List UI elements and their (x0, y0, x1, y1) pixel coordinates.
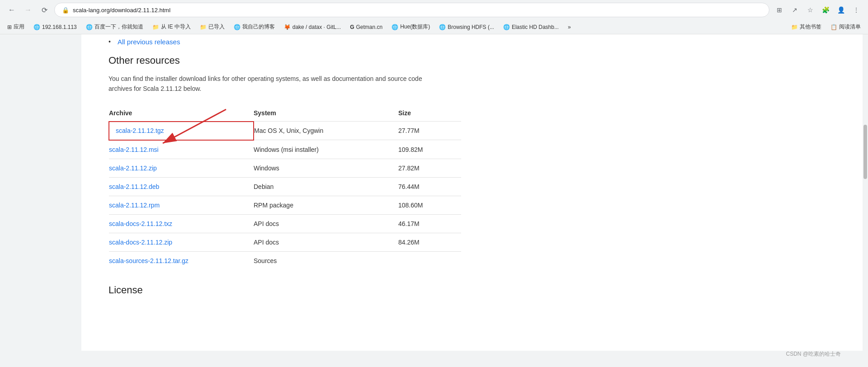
table-row: scala-2.11.12.tgzMac OS X, Unix, Cygwin2… (109, 122, 461, 140)
system-cell: Debian (254, 177, 398, 196)
extensions-icon[interactable]: 🧩 (819, 4, 832, 16)
back-button[interactable]: ← (5, 4, 18, 16)
table-row: scala-sources-2.11.12.tar.gzSources (109, 251, 461, 270)
forward-button[interactable]: → (22, 4, 34, 16)
bookmark-more[interactable]: » (564, 23, 575, 32)
sidebar-area (0, 34, 81, 351)
bookmark-blog[interactable]: 🌐 我自己的博客 (230, 22, 278, 32)
bookmark-hdfs[interactable]: 🌐 Browsing HDFS (... (435, 23, 498, 32)
system-cell: Windows (msi installer) (254, 140, 398, 159)
profile-icon[interactable]: 👤 (835, 4, 847, 16)
size-cell: 46.17M (398, 214, 461, 233)
previous-releases-item: All previous releases (108, 38, 835, 46)
table-row: scala-docs-2.11.12.txzAPI docs46.17M (109, 214, 461, 233)
browser-chrome: ← → ⟳ 🔒 scala-lang.org/download/2.11.12.… (0, 0, 868, 34)
getman-icon: G (350, 24, 354, 30)
browser-body: All previous releases Other resources Yo… (0, 34, 868, 351)
archive-cell: scala-2.11.12.tgz (109, 122, 254, 140)
archive-link[interactable]: scala-2.11.12.msi (109, 146, 159, 153)
bookmark-datax[interactable]: 🦊 dake / datax · GitL... (280, 23, 344, 32)
archive-header: Archive (109, 105, 254, 122)
bookmark-ie-import[interactable]: 📁 从 IE 中导入 (149, 22, 194, 32)
archive-link[interactable]: scala-docs-2.11.12.txz (109, 220, 172, 227)
gitlab-icon: 🦊 (284, 24, 291, 30)
table-row: scala-2.11.12.rpmRPM package108.60M (109, 196, 461, 214)
folder-icon-2: 📁 (200, 24, 207, 30)
bookmark-reading-list[interactable]: 📋 阅读清单 (827, 22, 864, 32)
size-cell: 109.82M (398, 140, 461, 159)
bookmark-elastic[interactable]: 🌐 Elastic HD Dashb... (500, 23, 562, 32)
share-icon[interactable]: ↗ (788, 4, 801, 16)
table-row: scala-2.11.12.debDebian76.44M (109, 177, 461, 196)
size-cell: 27.77M (398, 122, 461, 140)
archive-cell: scala-2.11.12.rpm (109, 196, 254, 214)
address-bar[interactable]: 🔒 scala-lang.org/download/2.11.12.html (54, 3, 769, 17)
table-header-row: Archive System Size (109, 105, 461, 122)
size-cell: 108.60M (398, 196, 461, 214)
scrollbar-thumb[interactable] (863, 125, 867, 179)
lock-icon: 🔒 (62, 7, 69, 14)
archive-cell: scala-docs-2.11.12.txz (109, 214, 254, 233)
other-resources-title: Other resources (108, 55, 835, 66)
page-content: All previous releases Other resources Yo… (81, 34, 863, 351)
browser-actions: ⊞ ↗ ☆ 🧩 👤 ⋮ (773, 4, 863, 16)
address-text: scala-lang.org/download/2.11.12.html (73, 7, 762, 14)
system-cell: API docs (254, 233, 398, 251)
description-text: You can find the installer download link… (108, 74, 425, 94)
archive-cell: scala-2.11.12.zip (109, 159, 254, 177)
bookmark-ip[interactable]: 🌐 192.168.1.113 (30, 23, 80, 32)
menu-icon[interactable]: ⋮ (850, 4, 863, 16)
blog-icon: 🌐 (234, 24, 241, 30)
archive-link[interactable]: scala-docs-2.11.12.zip (109, 239, 172, 246)
reload-button[interactable]: ⟳ (38, 4, 51, 16)
archive-link[interactable]: scala-2.11.12.zip (109, 165, 157, 172)
system-header: System (254, 105, 398, 122)
bookmark-other[interactable]: 📁 其他书签 (788, 22, 825, 32)
archive-link[interactable]: scala-2.11.12.deb (109, 183, 159, 190)
archive-link[interactable]: scala-2.11.12.rpm (109, 202, 160, 209)
nav-bar: ← → ⟳ 🔒 scala-lang.org/download/2.11.12.… (0, 0, 868, 20)
apps-icon: ⊞ (7, 24, 12, 30)
downloads-table-wrapper: Archive System Size scala-2.11.12.tgzMac… (108, 105, 835, 270)
size-cell: 76.44M (398, 177, 461, 196)
archive-cell: scala-2.11.12.msi (109, 140, 254, 159)
archive-link[interactable]: scala-sources-2.11.12.tar.gz (109, 257, 189, 264)
baidu-icon: 🌐 (86, 24, 93, 30)
elastic-icon: 🌐 (503, 24, 510, 30)
table-row: scala-2.11.12.zipWindows27.82M (109, 159, 461, 177)
reading-list-icon: 📋 (830, 24, 837, 30)
license-title: License (108, 284, 835, 296)
bookmark-imported[interactable]: 📁 已导入 (196, 22, 228, 32)
previous-releases-link[interactable]: All previous releases (118, 38, 180, 46)
folder-icon-1: 📁 (152, 24, 159, 30)
archive-cell: scala-docs-2.11.12.zip (109, 233, 254, 251)
archive-cell: scala-2.11.12.deb (109, 177, 254, 196)
downloads-table: Archive System Size scala-2.11.12.tgzMac… (108, 105, 461, 270)
size-cell: 27.82M (398, 159, 461, 177)
screenshot-icon[interactable]: ⊞ (773, 4, 786, 16)
scrollbar-track[interactable] (863, 34, 868, 351)
system-cell: Sources (254, 251, 398, 270)
archive-link[interactable]: scala-2.11.12.tgz (116, 127, 164, 134)
size-cell: 84.26M (398, 233, 461, 251)
size-header: Size (398, 105, 461, 122)
system-cell: RPM package (254, 196, 398, 214)
table-row: scala-docs-2.11.12.zipAPI docs84.26M (109, 233, 461, 251)
other-bookmarks-icon: 📁 (791, 24, 798, 30)
table-row: scala-2.11.12.msiWindows (msi installer)… (109, 140, 461, 159)
watermark: CSDN @吃素的哈士奇 (786, 350, 841, 358)
globe-icon-1: 🌐 (33, 24, 40, 30)
system-cell: Mac OS X, Unix, Cygwin (254, 122, 398, 140)
bookmark-getman[interactable]: G Getman.cn (346, 23, 386, 32)
archive-cell: scala-sources-2.11.12.tar.gz (109, 251, 254, 270)
bookmark-hue[interactable]: 🌐 Hue(数据库) (388, 22, 434, 32)
bookmark-baidu[interactable]: 🌐 百度一下，你就知道 (82, 22, 147, 32)
hue-icon: 🌐 (392, 24, 398, 30)
bookmarks-bar: ⊞ 应用 🌐 192.168.1.113 🌐 百度一下，你就知道 📁 从 IE … (0, 20, 868, 34)
bookmark-apps[interactable]: ⊞ 应用 (4, 22, 28, 32)
system-cell: API docs (254, 214, 398, 233)
size-cell (398, 251, 461, 270)
hdfs-icon: 🌐 (439, 24, 446, 30)
bookmark-star-icon[interactable]: ☆ (804, 4, 816, 16)
system-cell: Windows (254, 159, 398, 177)
